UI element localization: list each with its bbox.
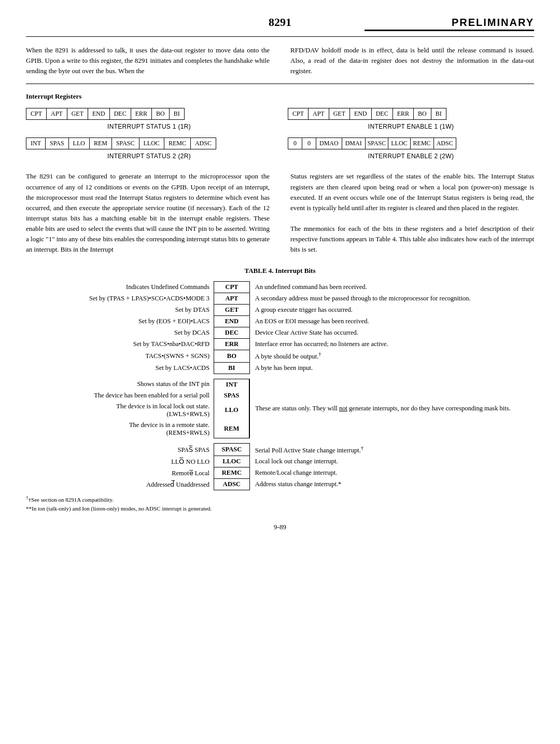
table-row: Set by TACS•nba•DAC•RFD ERR Interface er… <box>26 338 534 350</box>
spacer-row <box>26 374 534 379</box>
enable1-table: CPT APT GET END DEC ERR BO BI <box>288 108 446 120</box>
row-left: Set by LACS•ACDS <box>26 362 214 374</box>
row-right: Address status change interrupt.* <box>249 479 534 490</box>
row-right: A group execute trigger has occurred. <box>249 304 534 315</box>
table-row: Set by (TPAS + LPAS)•SCG•ACDS•MODE 3 APT… <box>26 293 534 304</box>
row-left: LLO̅ NO LLO <box>26 456 214 467</box>
row-left: The device is in a remote state.(REMS+RW… <box>26 420 214 438</box>
table-row: LLO̅ NO LLO LLOC Local lock out change i… <box>26 456 534 467</box>
status2-rem: REM <box>89 138 111 149</box>
status2-adsc: ADSC <box>190 138 216 149</box>
row-right: Device Clear Active State has occurred. <box>249 327 534 338</box>
body-right-text2: The mnemonics for each of the bits in th… <box>290 224 534 255</box>
status2-lloc: LLOC <box>139 138 164 149</box>
status2-remc: REMC <box>164 138 190 149</box>
superscript-dagger: † <box>318 351 321 357</box>
row-mid: ADSC <box>214 479 250 490</box>
status2-label: INTERRUPT STATUS 2 (2R) <box>26 153 272 160</box>
footnote2: **In ton (talk-only) and Ion (listen-onl… <box>26 504 534 513</box>
enable1-dec: DEC <box>371 108 393 120</box>
row-mid: INT <box>214 379 250 390</box>
row-right: Remote/Local change interrupt. <box>249 467 534 479</box>
row-right: These are status only. They will not gen… <box>249 379 534 438</box>
enable2-remc: REMC <box>410 138 433 149</box>
spacer-row <box>26 438 534 444</box>
status-only-text: These are status only. They will not gen… <box>255 405 511 412</box>
row-left: Indicates Undefined Commands <box>26 281 214 293</box>
row-mid: LLO <box>214 401 250 420</box>
table-row: TACS•(SWNS + SGNS) BO A byte should be o… <box>26 350 534 362</box>
table-row: Shows status of the INT pin INT These ar… <box>26 379 534 390</box>
intro-section: When the 8291 is addressed to talk, it u… <box>26 45 534 76</box>
row-mid: CPT <box>214 281 250 293</box>
row-mid: BO <box>214 350 250 362</box>
footnote1: ††See section on 8291A compatibility. <box>26 494 534 504</box>
row-mid: END <box>214 315 250 327</box>
row-mid: LLOC <box>214 456 250 467</box>
enable1-bo: BO <box>414 108 431 120</box>
status1-apt: APT <box>47 108 67 120</box>
row-mid: DEC <box>214 327 250 338</box>
table-row: Remote̅ Local REMC Remote/Local change i… <box>26 467 534 479</box>
row-right: Local lock out change interrupt. <box>249 456 534 467</box>
row-left: Shows status of the INT pin <box>26 379 214 390</box>
status2-spasc: SPASC <box>111 138 139 149</box>
status2-spas: SPAS <box>46 138 69 149</box>
row-mid: GET <box>214 304 250 315</box>
row-mid: APT <box>214 293 250 304</box>
enable1-get: GET <box>329 108 349 120</box>
status1-err: ERR <box>131 108 151 120</box>
body-columns: The 8291 can be configured to generate a… <box>26 171 534 255</box>
enable1-bi: BI <box>431 108 446 120</box>
enable2-spasc: SPASC <box>365 138 388 149</box>
enable1-end: END <box>350 108 372 120</box>
row-left: Set by (EOS + EOI)•LACS <box>26 315 214 327</box>
enable2-zero1: 0 <box>288 138 302 149</box>
enable2-lloc: LLOC <box>388 138 410 149</box>
preliminary-label: PRELIMINARY <box>365 17 534 31</box>
table-row: Set by LACS•ACDS BI A byte has been inpu… <box>26 362 534 374</box>
superscript-dagger2: † <box>361 445 363 451</box>
status1-bi: BI <box>169 108 184 120</box>
enable1-err: ERR <box>393 108 413 120</box>
row-mid: SPASC <box>214 444 250 456</box>
row-left: Addressed̅ Unaddressed <box>26 479 214 490</box>
row-right: A byte should be output.† <box>249 350 534 362</box>
table-row: Indicates Undefined Commands CPT An unde… <box>26 281 534 293</box>
registers-row: CPT APT GET END DEC ERR BO BI INTERRUPT … <box>26 108 534 160</box>
right-registers: CPT APT GET END DEC ERR BO BI INTERRUPT … <box>288 108 534 160</box>
row-left: The device is in local lock out state.(L… <box>26 401 214 420</box>
table-title: TABLE 4. Interrupt Bits <box>26 267 534 275</box>
row-left: TACS•(SWNS + SGNS) <box>26 350 214 362</box>
enable2-zero2: 0 <box>302 138 316 149</box>
enable2-table: 0 0 DMAO DMAI SPASC LLOC REMC ADSC <box>288 137 456 149</box>
enable1-apt: APT <box>309 108 329 120</box>
row-mid: REM <box>214 420 250 438</box>
status2-int: INT <box>26 138 46 149</box>
status1-bo: BO <box>152 108 170 120</box>
row-right: Interface error has occurred; no listene… <box>249 338 534 350</box>
enable1-label: INTERRUPT ENABLE 1 (1W) <box>288 123 534 130</box>
status2-llo: LLO <box>68 138 89 149</box>
row-mid: BI <box>214 362 250 374</box>
row-left: SPAS̅ SPAS <box>26 444 214 456</box>
row-right: Serial Poll Active State change interrup… <box>249 444 534 456</box>
enable2-dmao: DMAO <box>316 138 342 149</box>
row-left: The device has been enabled for a serial… <box>26 390 214 401</box>
row-left: Set by TACS•nba•DAC•RFD <box>26 338 214 350</box>
status1-label: INTERRUPT STATUS 1 (1R) <box>26 123 272 130</box>
status1-get: GET <box>67 108 88 120</box>
row-right: An undefined command has been received. <box>249 281 534 293</box>
left-registers: CPT APT GET END DEC ERR BO BI INTERRUPT … <box>26 108 272 160</box>
status1-cpt: CPT <box>26 108 47 120</box>
enable2-dmai: DMAI <box>342 138 365 149</box>
page-bottom: 9-89 <box>26 523 534 531</box>
row-left: Remote̅ Local <box>26 467 214 479</box>
row-right: A secondary address must be passed throu… <box>249 293 534 304</box>
row-left: Set by DCAS <box>26 327 214 338</box>
row-mid: SPAS <box>214 390 250 401</box>
enable1-cpt: CPT <box>288 108 309 120</box>
interrupt-section-title: Interrupt Registers <box>26 92 534 101</box>
status1-end: END <box>88 108 110 120</box>
table-row: SPAS̅ SPAS SPASC Serial Poll Active Stat… <box>26 444 534 456</box>
